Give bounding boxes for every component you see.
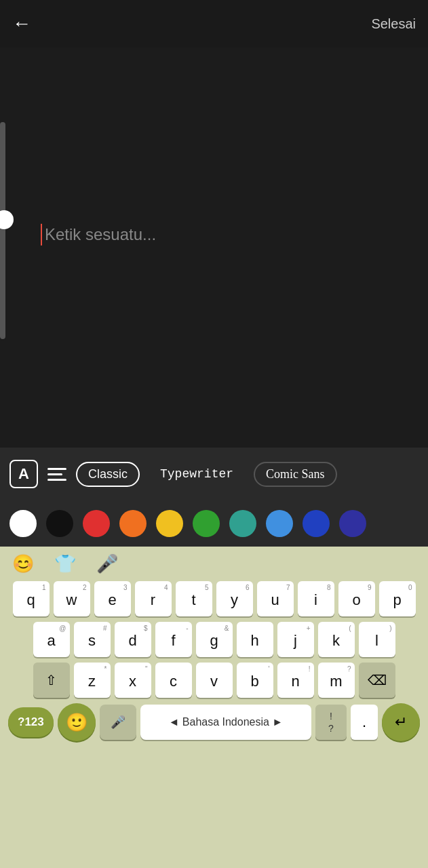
text-input-area[interactable]: Ketik sesuatu... <box>41 224 414 245</box>
font-size-slider[interactable] <box>0 122 5 339</box>
key-w[interactable]: 2w <box>54 581 90 616</box>
font-typewriter[interactable]: Typewriter <box>149 463 244 485</box>
key-h[interactable]: h <box>237 622 273 657</box>
sticker-icon[interactable]: 👕 <box>54 553 76 574</box>
key-s[interactable]: #s <box>74 622 111 657</box>
text-cursor <box>41 224 42 245</box>
done-button[interactable]: Selesai <box>371 16 416 32</box>
key-f[interactable]: -f <box>155 622 192 657</box>
color-picker <box>0 500 428 547</box>
key-o[interactable]: 9o <box>338 581 375 616</box>
font-classic[interactable]: Classic <box>76 462 140 487</box>
color-teal[interactable] <box>229 510 256 537</box>
color-dark-blue[interactable] <box>339 510 366 537</box>
key-e[interactable]: 3e <box>94 581 131 616</box>
top-bar: ← Selesai <box>0 0 428 47</box>
key-d[interactable]: $d <box>115 622 151 657</box>
color-orange[interactable] <box>119 510 147 537</box>
font-comic-sans[interactable]: Comic Sans <box>254 462 337 487</box>
key-r[interactable]: 4r <box>135 581 172 616</box>
color-white[interactable] <box>9 510 37 537</box>
key-return[interactable]: ↵ <box>382 703 420 741</box>
key-k[interactable]: (k <box>318 622 355 657</box>
key-shift[interactable]: ⇧ <box>33 663 70 698</box>
key-number-switch[interactable]: ?123 <box>8 707 54 737</box>
canvas-area: Ketik sesuatu... <box>0 0 428 448</box>
keyboard-top-icons: 😊 👕 🎤 <box>0 547 428 581</box>
key-z[interactable]: *z <box>74 663 111 698</box>
mic-icon[interactable]: 🎤 <box>96 553 118 574</box>
key-u[interactable]: 7u <box>257 581 294 616</box>
slider-knob[interactable] <box>0 210 14 229</box>
color-green[interactable] <box>193 510 220 537</box>
key-row-3: ⇧ *z "x c v 'b !n ?m ⌫ <box>4 663 424 698</box>
color-yellow[interactable] <box>156 510 183 537</box>
key-t[interactable]: 5t <box>176 581 212 616</box>
color-light-blue[interactable] <box>266 510 293 537</box>
key-c[interactable]: c <box>155 663 192 698</box>
key-row-bottom: ?123 🙂 🎤 ◄ Bahasa Indonesia ► !? . ↵ <box>4 703 424 741</box>
key-j[interactable]: +j <box>277 622 314 657</box>
color-black[interactable] <box>46 510 73 537</box>
key-m[interactable]: ?m <box>318 663 355 698</box>
key-q[interactable]: 1q <box>13 581 50 616</box>
key-x[interactable]: "x <box>115 663 151 698</box>
keys-area: 1q 2w 3e 4r 5t 6y 7u 8i 9o 0p @a #s $d -… <box>0 581 428 741</box>
key-microphone[interactable]: 🎤 <box>100 705 136 740</box>
key-row-2: @a #s $d -f &g h +j (k )l <box>4 622 424 657</box>
font-icon-button[interactable]: A <box>9 460 38 488</box>
key-n[interactable]: !n <box>277 663 314 698</box>
font-icon-label: A <box>18 465 29 483</box>
key-exclamation[interactable]: !? <box>315 705 347 740</box>
emoji-icon[interactable]: 😊 <box>12 553 34 574</box>
keyboard-area: 😊 👕 🎤 1q 2w 3e 4r 5t 6y 7u 8i 9o 0p @a #… <box>0 547 428 868</box>
color-blue[interactable] <box>303 510 330 537</box>
font-toolbar: A Classic Typewriter Comic Sans <box>0 448 428 500</box>
key-row-1: 1q 2w 3e 4r 5t 6y 7u 8i 9o 0p <box>4 581 424 616</box>
key-b[interactable]: 'b <box>237 663 273 698</box>
back-button[interactable]: ← <box>12 13 31 35</box>
key-p[interactable]: 0p <box>379 581 416 616</box>
key-g[interactable]: &g <box>196 622 233 657</box>
key-spacebar[interactable]: ◄ Bahasa Indonesia ► <box>140 705 311 740</box>
key-a[interactable]: @a <box>33 622 70 657</box>
color-red[interactable] <box>83 510 110 537</box>
key-l[interactable]: )l <box>359 622 395 657</box>
key-i[interactable]: 8i <box>298 581 334 616</box>
key-delete[interactable]: ⌫ <box>359 663 395 698</box>
text-placeholder: Ketik sesuatu... <box>45 225 156 244</box>
key-dot[interactable]: . <box>351 705 378 740</box>
align-button[interactable] <box>47 468 66 481</box>
key-emoji-button[interactable]: 🙂 <box>58 703 96 741</box>
key-v[interactable]: v <box>196 663 233 698</box>
key-y[interactable]: 6y <box>216 581 253 616</box>
